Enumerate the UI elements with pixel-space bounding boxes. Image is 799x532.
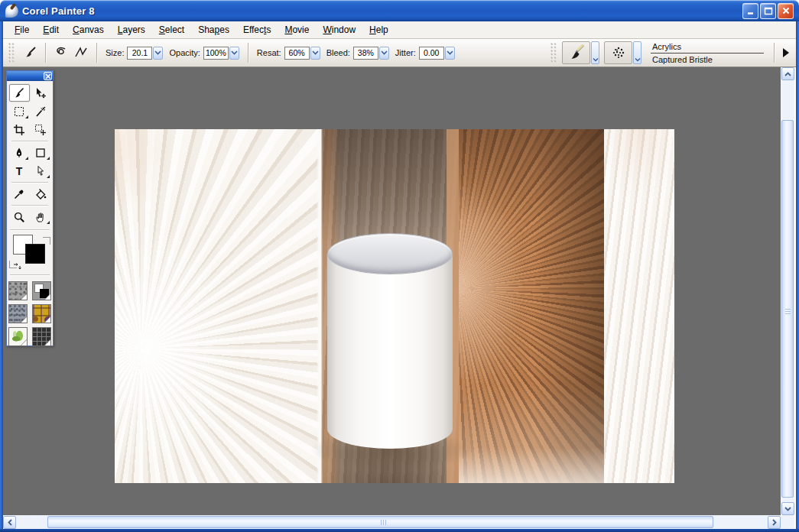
menu-item-layers[interactable]: Layers <box>111 22 152 37</box>
tool-rectangular-selection[interactable] <box>9 102 30 120</box>
tool-grabber[interactable] <box>31 208 51 225</box>
menu-item-select[interactable]: Select <box>152 22 191 37</box>
menu-item-file[interactable]: File <box>8 22 36 37</box>
tool-pen[interactable] <box>9 144 30 161</box>
brush-category-value[interactable]: Acrylics <box>651 41 764 54</box>
swap-colors-icon[interactable] <box>12 263 21 271</box>
chevron-down-icon <box>447 50 453 55</box>
tool-rectangular-shape[interactable] <box>31 144 51 161</box>
tool-paint-bucket[interactable] <box>31 185 51 203</box>
cylinder-side <box>327 253 453 449</box>
pattern-selector[interactable] <box>8 304 28 323</box>
background-color-swatch[interactable] <box>25 244 45 264</box>
chevron-down-icon <box>381 50 388 55</box>
menu-item-shapes[interactable]: Shapes <box>191 22 236 37</box>
scroll-down-button[interactable] <box>781 502 794 515</box>
toolbar-grip-handle[interactable] <box>8 43 15 63</box>
scroll-up-button[interactable] <box>781 67 794 80</box>
menu-item-edit[interactable]: Edit <box>36 22 66 37</box>
toolbar-separator <box>248 43 248 63</box>
tool-selection-adjuster[interactable] <box>31 121 51 138</box>
window-border-bottom <box>0 529 799 532</box>
maximize-button[interactable] <box>760 3 776 19</box>
minimize-button[interactable] <box>742 3 758 19</box>
chevron-down-icon <box>593 58 599 62</box>
property-bar-flyout-button[interactable] <box>780 48 792 57</box>
menu-bar: FileEditCanvasLayersSelectShapesEffectsM… <box>3 21 796 39</box>
size-input[interactable]: 20.1 <box>127 47 152 60</box>
painting-left-white-burst <box>115 129 321 483</box>
resat-dropdown-arrow[interactable] <box>310 47 320 60</box>
menu-item-help[interactable]: Help <box>362 22 395 37</box>
size-dropdown-arrow[interactable] <box>153 47 163 60</box>
brush-category-button[interactable] <box>562 41 590 64</box>
horizontal-scroll-thumb[interactable] <box>47 516 713 528</box>
menu-item-movie[interactable]: Movie <box>278 22 316 37</box>
jitter-label: Jitter: <box>395 48 416 57</box>
bleed-input[interactable]: 38% <box>353 47 378 60</box>
svg-text:T: T <box>16 165 23 177</box>
property-bar: Size: 20.1 Opacity: 100% Resat: 60% Blee… <box>3 39 796 67</box>
maximize-icon <box>764 6 773 15</box>
tool-brush[interactable] <box>9 84 30 102</box>
resat-input[interactable]: 60% <box>284 47 310 60</box>
bleed-label: Bleed: <box>326 48 350 57</box>
resat-label: Resat: <box>257 48 281 57</box>
tool-crop[interactable] <box>9 121 30 138</box>
close-button[interactable] <box>778 3 794 19</box>
tool-magic-wand[interactable] <box>31 102 51 120</box>
tool-text[interactable]: T <box>9 162 30 180</box>
cylinder-top-rim <box>327 233 453 274</box>
horizontal-scrollbar[interactable] <box>3 515 781 529</box>
chevron-left-icon <box>8 519 12 526</box>
tool-dropper[interactable] <box>9 185 30 203</box>
freehand-stroke-button[interactable] <box>51 42 71 63</box>
scroll-left-button[interactable] <box>3 516 16 529</box>
brush-category-dropdown-arrow[interactable] <box>591 41 599 64</box>
straight-stroke-button[interactable] <box>71 42 91 63</box>
menu-item-effects[interactable]: Effects <box>236 22 278 37</box>
tool-shape-selection[interactable] <box>31 162 51 180</box>
content-selectors <box>7 277 53 350</box>
palette-separator <box>10 274 50 275</box>
bleed-dropdown-arrow[interactable] <box>379 47 389 60</box>
vertical-scroll-thumb[interactable] <box>781 120 794 498</box>
document-canvas[interactable] <box>115 129 674 483</box>
palette-separator <box>11 205 48 206</box>
close-icon <box>45 73 51 79</box>
nozzle-selector[interactable] <box>8 327 28 346</box>
toolbox-close-button[interactable] <box>44 72 52 80</box>
brush-variant-value[interactable]: Captured Bristle <box>651 54 764 64</box>
tool-layer-adjuster[interactable] <box>31 84 51 102</box>
vertical-scrollbar[interactable] <box>781 67 794 515</box>
scroll-right-button[interactable] <box>768 516 781 529</box>
window-border-right <box>796 21 799 529</box>
brush-dab-button[interactable] <box>604 41 632 64</box>
weave-selector[interactable] <box>32 304 51 323</box>
menu-item-window[interactable]: Window <box>316 22 362 37</box>
toolbar-separator <box>96 43 97 63</box>
painting-right-white-band <box>604 129 674 483</box>
look-selector[interactable] <box>32 327 51 346</box>
menu-item-canvas[interactable]: Canvas <box>66 22 111 37</box>
scrollbar-corner <box>781 515 794 529</box>
chevron-down-icon <box>231 50 238 55</box>
gradient-selector[interactable] <box>32 281 51 300</box>
opacity-dropdown-arrow[interactable] <box>229 47 239 60</box>
title-bar[interactable]: Corel Painter 8 <box>0 0 799 21</box>
brush-selector-grip-handle[interactable] <box>551 43 557 63</box>
jitter-dropdown-arrow[interactable] <box>445 47 455 60</box>
horizontal-scroll-track[interactable] <box>16 516 768 528</box>
close-icon <box>781 6 791 15</box>
chevron-down-icon <box>635 58 641 62</box>
vertical-scroll-track[interactable] <box>781 80 794 502</box>
toolbox-title-bar[interactable] <box>7 71 53 81</box>
chevron-down-icon <box>154 50 161 55</box>
painted-cylinder <box>327 233 453 449</box>
opacity-input[interactable]: 100% <box>203 47 229 60</box>
brush-variant-dropdown-arrow[interactable] <box>633 41 641 64</box>
paper-selector[interactable] <box>8 281 28 300</box>
jitter-input[interactable]: 0.00 <box>419 47 444 60</box>
minimize-icon <box>746 6 755 15</box>
tool-magnifier[interactable] <box>9 208 30 225</box>
